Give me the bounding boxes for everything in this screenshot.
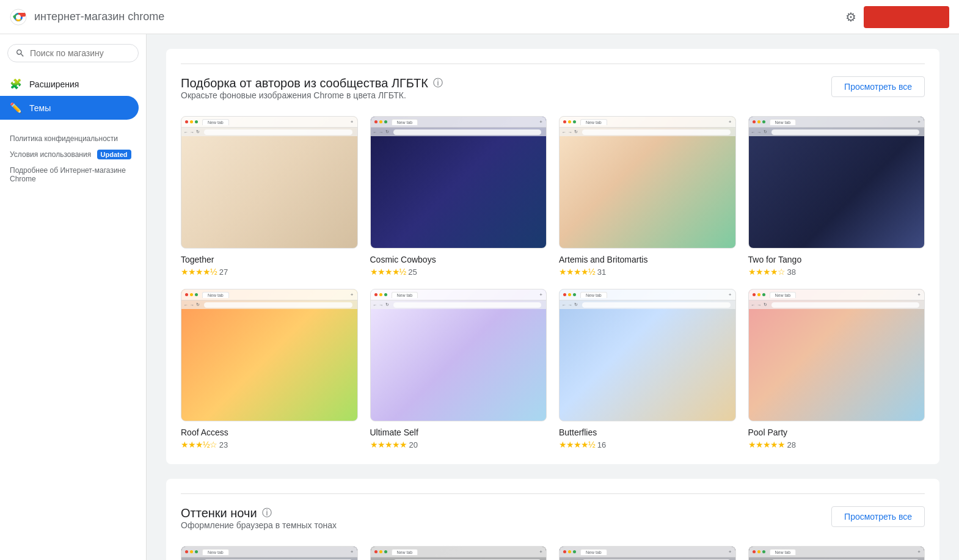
theme-name-cosmic: Cosmic Cowboys: [370, 255, 547, 264]
theme-stars-roof: ★★★½☆: [181, 440, 217, 449]
svg-point-2: [16, 15, 21, 20]
theme-rating-artemis: ★★★★½31: [559, 267, 736, 277]
theme-card-dark4[interactable]: New tab + ←→↻ Dark Space★★★★★42: [748, 546, 925, 560]
search-input[interactable]: [30, 48, 131, 58]
sidebar: 🧩 Расширения ✏️ Темы Политика конфиденци…: [0, 34, 147, 560]
topbar-title: интернет-магазин chrome: [34, 10, 838, 23]
theme-rating-cosmic: ★★★★½25: [370, 267, 547, 277]
theme-thumb-dark4: New tab + ←→↻: [748, 546, 925, 560]
search-box[interactable]: [7, 44, 139, 62]
theme-stars-together: ★★★★½: [181, 267, 217, 277]
sidebar-link-privacy[interactable]: Политика конфиденциальности: [10, 134, 136, 143]
theme-rating-pool: ★★★★★28: [748, 440, 925, 449]
lgbtq-section-title: Подборка от авторов из сообщества ЛГБТК …: [181, 76, 443, 90]
theme-thumb-ultimate: New tab + ←→↻: [370, 289, 547, 421]
theme-thumb-cosmic: New tab + ←→↻: [370, 116, 547, 249]
theme-card-twotango[interactable]: New tab + ←→↻ Two for Tango★★★★☆38: [748, 116, 925, 277]
night-title-group: Оттенки ночи ⓘ Оформление браузера в тем…: [181, 506, 337, 542]
theme-card-dark1[interactable]: New tab + ←→↻ Morpheon Dark★★★★½120: [181, 546, 358, 560]
sidebar-nav: 🧩 Расширения ✏️ Темы: [0, 72, 146, 120]
theme-count-roof: 23: [219, 440, 228, 449]
theme-card-pool[interactable]: New tab + ←→↻ Pool Party★★★★★28: [748, 289, 925, 449]
theme-thumb-artemis: New tab + ←→↻: [559, 116, 736, 249]
theme-name-together: Together: [181, 255, 358, 264]
theme-rating-together: ★★★★½27: [181, 267, 358, 277]
theme-name-artemis: Artemis and Britomartis: [559, 255, 736, 264]
theme-rating-roof: ★★★½☆23: [181, 440, 358, 449]
lgbtq-info-icon[interactable]: ⓘ: [433, 77, 443, 90]
lgbtq-title-group: Подборка от авторов из сообщества ЛГБТК …: [181, 76, 443, 112]
theme-card-dark2[interactable]: New tab + ←→↻ Dark Theme★★★★☆85: [370, 546, 547, 560]
theme-stars-artemis: ★★★★½: [559, 267, 595, 277]
theme-count-cosmic: 25: [408, 267, 417, 277]
theme-rating-butterflies: ★★★★½16: [559, 440, 736, 449]
theme-card-roof[interactable]: New tab + ←→↻ Roof Access★★★½☆23: [181, 289, 358, 449]
gear-icon[interactable]: ⚙: [845, 10, 856, 24]
theme-thumb-butterflies: New tab + ←→↻: [559, 289, 736, 421]
topbar: интернет-магазин chrome ⚙: [0, 0, 959, 34]
sidebar-links: Политика конфиденциальности Условия испо…: [0, 125, 146, 200]
theme-thumb-together: New tab + ←→↻: [181, 116, 358, 249]
topbar-action-button[interactable]: [864, 6, 949, 28]
theme-thumb-dark2: New tab + ←→↻: [370, 546, 547, 560]
search-icon: [15, 48, 25, 58]
theme-name-roof: Roof Access: [181, 427, 358, 437]
theme-stars-butterflies: ★★★★½: [559, 440, 595, 449]
sidebar-link-terms[interactable]: Условия использования Updated: [10, 150, 136, 159]
theme-thumb-twotango: New tab + ←→↻: [748, 116, 925, 249]
theme-stars-ultimate: ★★★★★: [370, 440, 407, 449]
chrome-logo-icon: [10, 9, 27, 26]
theme-card-artemis[interactable]: New tab + ←→↻ Artemis and Britomartis★★★…: [559, 116, 736, 277]
sidebar-link-about[interactable]: Подробнее об Интернет-магазине Chrome: [10, 166, 136, 183]
theme-name-butterflies: Butterflies: [559, 427, 736, 437]
night-info-icon[interactable]: ⓘ: [262, 507, 272, 520]
lgbtq-themes-grid: New tab + ←→↻ Together★★★★½27 New tab +: [181, 116, 925, 449]
theme-stars-cosmic: ★★★★½: [370, 267, 406, 277]
theme-card-cosmic[interactable]: New tab + ←→↻ Cosmic Cowboys★★★★½25: [370, 116, 547, 277]
lgbtq-section-subtitle: Окрасьте фоновые изображения Chrome в цв…: [181, 90, 443, 100]
theme-thumb-dark1: New tab + ←→↻: [181, 546, 358, 560]
theme-thumb-roof: New tab + ←→↻: [181, 289, 358, 421]
theme-count-pool: 28: [787, 440, 796, 449]
lgbtq-view-all-button[interactable]: Просмотреть все: [831, 76, 925, 97]
sidebar-item-themes[interactable]: ✏️ Темы: [0, 96, 139, 120]
lgbtq-section-header: Подборка от авторов из сообщества ЛГБТК …: [181, 76, 925, 112]
sidebar-item-extensions-label: Расширения: [29, 79, 79, 89]
night-view-all-button[interactable]: Просмотреть все: [831, 506, 925, 527]
extensions-icon: 🧩: [10, 78, 22, 90]
night-themes-grid: New tab + ←→↻ Morpheon Dark★★★★½120 New …: [181, 546, 925, 560]
theme-card-dark3[interactable]: New tab + ←→↻ Night Mode★★★★½64: [559, 546, 736, 560]
theme-rating-ultimate: ★★★★★20: [370, 440, 547, 449]
theme-count-twotango: 38: [787, 267, 796, 277]
night-section-subtitle: Оформление браузера в темных тонах: [181, 520, 337, 530]
sidebar-item-extensions[interactable]: 🧩 Расширения: [0, 72, 139, 96]
theme-count-ultimate: 20: [409, 440, 418, 449]
theme-count-artemis: 31: [597, 267, 606, 277]
section-divider-2: [181, 493, 925, 494]
theme-stars-pool: ★★★★★: [748, 440, 785, 449]
theme-card-butterflies[interactable]: New tab + ←→↻ Butterflies★★★★½16: [559, 289, 736, 449]
theme-count-butterflies: 16: [597, 440, 606, 449]
section-divider: [181, 64, 925, 64]
layout: 🧩 Расширения ✏️ Темы Политика конфиденци…: [0, 34, 959, 560]
night-section-header: Оттенки ночи ⓘ Оформление браузера в тем…: [181, 506, 925, 542]
theme-name-twotango: Two for Tango: [748, 255, 925, 264]
night-section: Оттенки ночи ⓘ Оформление браузера в тем…: [166, 479, 939, 560]
theme-name-ultimate: Ultimate Self: [370, 427, 547, 437]
theme-card-together[interactable]: New tab + ←→↻ Together★★★★½27: [181, 116, 358, 277]
theme-stars-twotango: ★★★★☆: [748, 267, 785, 277]
theme-thumb-dark3: New tab + ←→↻: [559, 546, 736, 560]
theme-card-ultimate[interactable]: New tab + ←→↻ Ultimate Self★★★★★20: [370, 289, 547, 449]
theme-rating-twotango: ★★★★☆38: [748, 267, 925, 277]
main-content: Подборка от авторов из сообщества ЛГБТК …: [147, 34, 959, 560]
night-section-title: Оттенки ночи ⓘ: [181, 506, 337, 520]
lgbtq-section: Подборка от авторов из сообщества ЛГБТК …: [166, 49, 939, 464]
updated-badge: Updated: [97, 150, 131, 159]
themes-icon: ✏️: [10, 102, 22, 114]
theme-name-pool: Pool Party: [748, 427, 925, 437]
theme-count-together: 27: [219, 267, 228, 277]
sidebar-item-themes-label: Темы: [29, 103, 51, 113]
theme-thumb-pool: New tab + ←→↻: [748, 289, 925, 421]
